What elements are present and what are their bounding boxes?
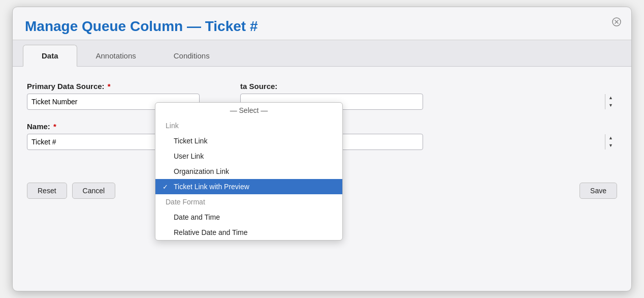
footer-left-buttons: Reset Cancel bbox=[27, 183, 115, 199]
save-button[interactable]: Save bbox=[579, 183, 617, 199]
arrow-down-icon: ▼ bbox=[605, 102, 616, 109]
dropdown-item-org-link[interactable]: ✓ Organization Link bbox=[155, 164, 342, 179]
arrow-up-icon: ▲ bbox=[605, 94, 616, 102]
tab-content: Primary Data Source: * ta Source: ▲ bbox=[13, 67, 631, 174]
close-button[interactable] bbox=[611, 16, 622, 27]
tab-conditions[interactable]: Conditions bbox=[155, 45, 229, 67]
tab-data[interactable]: Data bbox=[23, 45, 77, 67]
dropdown-item-ticket-link-preview[interactable]: ✓ Ticket Link with Preview bbox=[155, 179, 342, 194]
secondary-data-source-label: ta Source: bbox=[240, 82, 617, 91]
required-star-1: * bbox=[108, 82, 111, 91]
dropdown-item-user-link[interactable]: ✓ User Link bbox=[155, 148, 342, 164]
required-star-2: * bbox=[53, 122, 56, 131]
dialog-title: Manage Queue Column — Ticket # bbox=[25, 18, 257, 34]
dropdown-item-relative-date[interactable]: ✓ Relative Date and Time bbox=[155, 225, 342, 240]
dropdown-item-select[interactable]: — Select — bbox=[155, 103, 342, 118]
arrow-down-icon-2: ▼ bbox=[605, 142, 616, 150]
reset-button[interactable]: Reset bbox=[27, 183, 67, 199]
dropdown-group-link: Link bbox=[155, 118, 342, 133]
checkmark-ticket-link-preview: ✓ bbox=[163, 183, 168, 191]
select-arrows-overflow: ▲ ▼ bbox=[605, 134, 616, 150]
primary-data-source-label: Primary Data Source: * bbox=[27, 82, 220, 91]
dropdown-menu: — Select — Link ✓ Ticket Link ✓ User Lin… bbox=[155, 102, 343, 241]
dropdown-item-date-and-time[interactable]: ✓ Date and Time bbox=[155, 210, 342, 225]
cancel-button[interactable]: Cancel bbox=[72, 183, 116, 199]
dialog-header: Manage Queue Column — Ticket # bbox=[13, 7, 631, 40]
arrow-up-icon-2: ▲ bbox=[605, 134, 616, 142]
select-arrows-secondary: ▲ ▼ bbox=[605, 94, 616, 109]
tab-annotations[interactable]: Annotations bbox=[77, 45, 155, 67]
tabs-container: Data Annotations Conditions bbox=[13, 40, 631, 67]
dropdown-group-date-format: Date Format bbox=[155, 194, 342, 210]
dropdown-item-ticket-link[interactable]: ✓ Ticket Link bbox=[155, 133, 342, 148]
manage-queue-column-dialog: Manage Queue Column — Ticket # Data Anno… bbox=[12, 7, 632, 291]
